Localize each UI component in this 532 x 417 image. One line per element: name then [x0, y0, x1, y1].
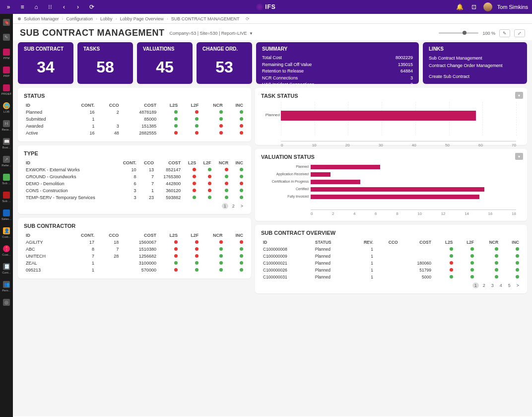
table-row[interactable]: Awarded13151385	[24, 123, 245, 130]
table-row[interactable]: C100000021Planned1180060	[261, 260, 521, 267]
nav-back-icon[interactable]: ‹	[60, 2, 68, 11]
table-row[interactable]: C100000026Planned151799	[261, 267, 521, 274]
page-filter[interactable]: Company=53 | Site=530 | Report=LIVE ▼	[169, 31, 253, 36]
apps-icon[interactable]: ⁝⁝	[46, 2, 55, 11]
pager-page[interactable]: 3	[489, 282, 496, 288]
sidebar-item-bookmark[interactable]: 🔖	[0, 16, 13, 30]
link-create-sub-contract[interactable]: Create Sub Contract	[429, 73, 521, 80]
table-row[interactable]: GROUND - Groundworks871765380	[24, 173, 245, 180]
sidebar-item-target[interactable]: ◎	[0, 296, 13, 310]
table-row[interactable]: Submitted185000	[24, 116, 245, 123]
collapse-icon[interactable]: »	[4, 2, 13, 11]
notifications-icon[interactable]: 🔔	[456, 2, 465, 11]
pager-page[interactable]: 4	[498, 282, 504, 288]
sidebar-item-sub1[interactable]: Sub ...	[0, 171, 13, 188]
kpi-tasks[interactable]: TASKS 58	[77, 42, 133, 84]
col-l2f[interactable]: L2F	[180, 232, 200, 239]
username[interactable]: Tom Simkins	[497, 4, 528, 10]
col-cost[interactable]: COST	[121, 232, 158, 239]
col-ncr[interactable]: NCR	[200, 232, 224, 239]
sidebar-item-pers[interactable]: 👥Pers...	[0, 278, 13, 295]
sidebar-item-sales[interactable]: Sales...	[0, 207, 13, 223]
sidebar-item-lob[interactable]: 🌐LOB	[0, 99, 13, 116]
pager-page[interactable]: 5	[506, 282, 513, 288]
col-id[interactable]: ID	[24, 159, 116, 166]
col-l2f[interactable]: L2F	[455, 239, 476, 246]
kpi-change-ord[interactable]: CHANGE ORD. 53	[197, 42, 252, 84]
col-cont[interactable]: CONT.	[66, 232, 96, 239]
table-row[interactable]: CONS - Construction31360120	[24, 187, 245, 194]
col-cost[interactable]: COST	[156, 159, 183, 166]
col-inc[interactable]: INC	[230, 159, 245, 166]
sidebar-item-ppm[interactable]: PPM	[0, 46, 13, 63]
table-row[interactable]: ABC871510380	[24, 246, 245, 253]
col-cont[interactable]: CONT.	[66, 102, 96, 109]
nav-forward-icon[interactable]: ›	[73, 2, 82, 11]
col-ncr[interactable]: NCR	[476, 239, 500, 246]
breadcrumb-item[interactable]: Lobby Page Overview	[120, 16, 164, 21]
chart-options-icon[interactable]: ▾	[515, 92, 523, 99]
col-cco[interactable]: CCO	[96, 232, 121, 239]
col-l2s[interactable]: L2S	[158, 102, 180, 109]
col-l2f[interactable]: L2F	[198, 159, 213, 166]
sidebar-item-prp[interactable]: PRP	[0, 64, 13, 80]
kpi-valuations[interactable]: VALUATIONS 45	[137, 42, 193, 84]
sidebar-item-prdef[interactable]: PRDEF	[0, 81, 13, 98]
col-status[interactable]: STATUS	[313, 239, 350, 246]
col-id[interactable]: ID	[24, 232, 66, 239]
col-inc[interactable]: INC	[225, 232, 245, 239]
sidebar-item-refer[interactable]: ↗Refer...	[0, 153, 13, 170]
col-l2s[interactable]: L2S	[433, 239, 455, 246]
col-inc[interactable]: INC	[225, 102, 245, 109]
col-l2s[interactable]: L2S	[183, 159, 198, 166]
pager-next[interactable]: >	[239, 203, 245, 209]
col-l2f[interactable]: L2F	[180, 102, 200, 109]
sidebar-item-cust1[interactable]: 👤Cust...	[0, 224, 13, 241]
col-ncr[interactable]: NCR	[200, 102, 224, 109]
feedback-icon[interactable]: ⊡	[469, 2, 478, 11]
table-row[interactable]: C100000031Planned15000	[261, 274, 521, 280]
sidebar-item-busi[interactable]: 📖Busi...	[0, 135, 13, 152]
link-cco-mgmt[interactable]: Contract Change Order Management	[429, 62, 521, 70]
col-cont[interactable]: CONT.	[116, 159, 138, 166]
col-ncr[interactable]: NCR	[213, 159, 231, 166]
table-row[interactable]: UNITECH7281256682	[24, 253, 245, 260]
col-cco[interactable]: CCO	[97, 102, 121, 109]
col-id[interactable]: ID	[24, 102, 66, 109]
breadcrumb-item[interactable]: Solution Manager	[24, 16, 59, 21]
sidebar-item-edit[interactable]: ✎	[0, 31, 13, 45]
table-row[interactable]: Planned1624878189	[24, 109, 245, 116]
refresh-icon[interactable]: ⟳	[87, 2, 96, 11]
kpi-sub-contract[interactable]: SUB CONTRACT 34	[18, 42, 73, 84]
sidebar-item-cust2[interactable]: 📍Cust...	[0, 242, 13, 259]
expand-button[interactable]: ⤢	[514, 29, 525, 37]
chart-options-icon[interactable]: ▾	[515, 153, 523, 160]
menu-icon[interactable]: ≡	[18, 2, 27, 11]
zoom-slider[interactable]	[439, 32, 478, 34]
breadcrumb-item[interactable]: Configuration	[66, 16, 93, 21]
home-icon[interactable]: ⌂	[32, 2, 41, 11]
sidebar-item-sub2[interactable]: Sub ...	[0, 189, 13, 206]
col-l2s[interactable]: L2S	[158, 232, 180, 239]
table-row[interactable]: Active16482882555	[24, 130, 245, 137]
col-cco[interactable]: CCO	[375, 239, 400, 246]
breadcrumb-item[interactable]: Lobby	[100, 16, 113, 21]
sidebar-item-cont[interactable]: 🧾Cont...	[0, 260, 13, 277]
table-row[interactable]: C100000009Planned1	[261, 253, 521, 260]
breadcrumb-refresh-icon[interactable]: ⟳	[246, 16, 250, 21]
col-id[interactable]: ID	[261, 239, 313, 246]
table-row[interactable]: EXWORK - External Works1013852147	[24, 166, 245, 173]
col-cco[interactable]: CCO	[138, 159, 156, 166]
breadcrumb-item[interactable]: SUB CONTRACT MANAGEMENT	[171, 16, 240, 21]
col-rev[interactable]: REV.	[350, 239, 375, 246]
pager-page[interactable]: 1	[222, 203, 228, 209]
table-row[interactable]: C100000008Planned1	[261, 246, 521, 253]
col-cost[interactable]: COST	[400, 239, 433, 246]
table-row[interactable]: ZEAL13100000	[24, 260, 245, 267]
table-row[interactable]: AGILITY17181560067	[24, 239, 245, 246]
sidebar-item-rece[interactable]: HRece...	[0, 117, 13, 134]
col-cost[interactable]: COST	[121, 102, 159, 109]
pager-next[interactable]: >	[515, 282, 521, 288]
pager-page[interactable]: 2	[230, 203, 237, 209]
avatar[interactable]	[483, 2, 492, 11]
